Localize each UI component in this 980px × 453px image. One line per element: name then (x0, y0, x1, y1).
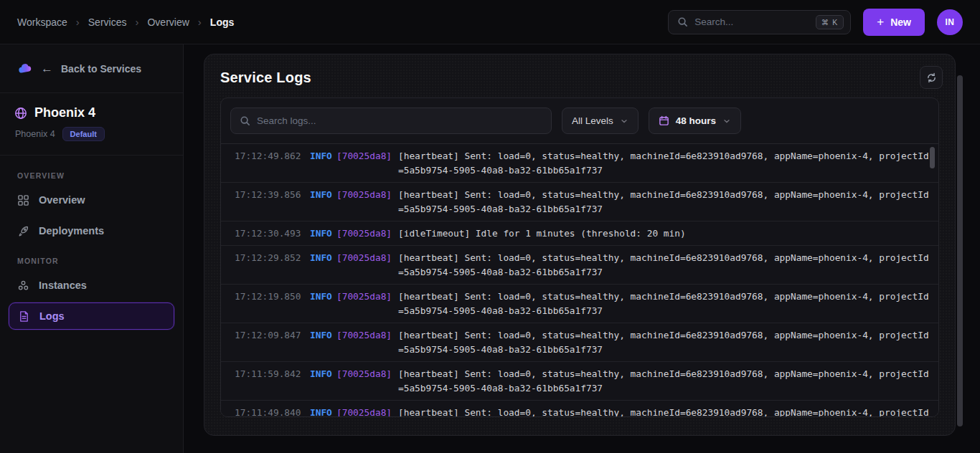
sidebar: ← Back to Services Phoenix 4 Phoenix 4 D… (0, 44, 184, 453)
log-timestamp: 17:12:39.856 (235, 188, 301, 202)
log-message: [heartbeat] Sent: load=0, status=healthy… (398, 367, 933, 396)
page-title: Service Logs (220, 70, 939, 86)
log-instance-id: [70025da8] (336, 290, 392, 304)
cluster-icon (17, 280, 29, 292)
log-row[interactable]: 17:12:19.850INFO[70025da8][heartbeat] Se… (221, 285, 938, 323)
cloud-logo-icon (17, 61, 33, 77)
breadcrumb-item-overview[interactable]: Overview (147, 16, 189, 28)
logs-panel: Search logs... All Levels 48 hours (220, 97, 939, 417)
nav-section-label-monitor: MONITOR (9, 248, 174, 272)
log-timestamp: 17:12:30.493 (235, 226, 301, 241)
breadcrumb-separator: › (198, 16, 202, 28)
log-level: INFO (310, 188, 332, 202)
global-search-placeholder: Search... (694, 16, 809, 27)
log-instance-id: [70025da8] (336, 406, 392, 416)
breadcrumb-separator: › (135, 16, 138, 28)
back-arrow-icon: ← (41, 62, 53, 76)
log-list-scrollbar[interactable] (930, 147, 935, 168)
log-level: INFO (310, 328, 332, 343)
file-icon (18, 310, 30, 323)
log-level: INFO (310, 149, 332, 163)
log-timestamp: 17:11:49.840 (235, 406, 301, 416)
level-filter-value: All Levels (572, 115, 613, 126)
log-row[interactable]: 17:12:39.856INFO[70025da8][heartbeat] Se… (221, 183, 938, 221)
log-instance-id: [70025da8] (336, 251, 392, 265)
log-row[interactable]: 17:11:49.840INFO[70025da8][heartbeat] Se… (221, 401, 938, 416)
log-instance-id: [70025da8] (336, 367, 392, 381)
log-timestamp: 17:12:09.847 (235, 328, 301, 343)
log-message: [heartbeat] Sent: load=0, status=healthy… (398, 251, 933, 280)
service-header: Phoenix 4 Phoenix 4 Default (0, 93, 183, 156)
log-search-input[interactable]: Search logs... (230, 108, 552, 134)
sidebar-item-logs[interactable]: Logs (9, 302, 174, 330)
breadcrumb-item-workspace[interactable]: Workspace (17, 16, 67, 28)
log-filters: Search logs... All Levels 48 hours (221, 98, 938, 143)
log-message: [heartbeat] Sent: load=0, status=healthy… (398, 328, 933, 357)
breadcrumb-item-services[interactable]: Services (88, 16, 127, 28)
sidebar-nav: OVERVIEWOverviewDeploymentsMONITORInstan… (0, 156, 183, 340)
time-range-dropdown[interactable]: 48 hours (649, 108, 741, 134)
log-message: [heartbeat] Sent: load=0, status=healthy… (398, 290, 933, 318)
log-timestamp: 17:12:19.850 (235, 290, 301, 304)
plus-icon: + (877, 16, 884, 28)
log-search-placeholder: Search logs... (257, 115, 316, 126)
service-subtitle: Phoenix 4 (15, 129, 55, 139)
log-row[interactable]: 17:12:49.862INFO[70025da8][heartbeat] Se… (221, 144, 938, 183)
sidebar-item-label: Instances (39, 280, 87, 291)
avatar[interactable]: IN (937, 9, 963, 35)
main-content: Service Logs Sea (184, 44, 980, 453)
log-row[interactable]: 17:11:59.842INFO[70025da8][heartbeat] Se… (221, 362, 938, 401)
sidebar-item-deployments[interactable]: Deployments (9, 217, 174, 244)
log-row[interactable]: 17:12:29.852INFO[70025da8][heartbeat] Se… (221, 246, 938, 285)
page-scrollbar[interactable] (957, 75, 963, 426)
back-to-services-link[interactable]: ← Back to Services (0, 44, 183, 93)
log-level: INFO (310, 226, 332, 241)
new-button[interactable]: + New (863, 9, 925, 36)
log-message: [idleTimeout] Idle for 1 minutes (thresh… (398, 226, 933, 241)
topbar: Workspace›Services›Overview›Logs Search.… (0, 0, 980, 44)
search-icon (677, 16, 688, 27)
breadcrumb-separator: › (76, 16, 80, 28)
refresh-icon (926, 72, 937, 83)
service-name: Phoenix 4 (34, 105, 95, 120)
default-badge: Default (62, 127, 105, 141)
breadcrumb-item-logs[interactable]: Logs (210, 16, 234, 28)
log-timestamp: 17:12:29.852 (235, 251, 301, 265)
sidebar-item-overview[interactable]: Overview (9, 186, 174, 214)
level-filter-dropdown[interactable]: All Levels (562, 108, 639, 134)
log-list: 17:12:49.862INFO[70025da8][heartbeat] Se… (221, 143, 938, 416)
topbar-actions: Search... ⌘ K + New IN (668, 9, 963, 36)
sidebar-item-label: Overview (39, 194, 85, 206)
log-instance-id: [70025da8] (336, 188, 392, 202)
log-row[interactable]: 17:12:09.847INFO[70025da8][heartbeat] Se… (221, 323, 938, 362)
log-message: [heartbeat] Sent: load=0, status=healthy… (398, 149, 933, 178)
log-level: INFO (310, 290, 332, 304)
log-row[interactable]: 17:12:30.493INFO[70025da8][idleTimeout] … (221, 221, 938, 246)
log-timestamp: 17:12:49.862 (235, 149, 301, 163)
new-button-label: New (890, 16, 911, 28)
chevron-down-icon (620, 117, 628, 125)
log-message: [heartbeat] Sent: load=0, status=healthy… (398, 406, 933, 416)
log-level: INFO (310, 251, 332, 265)
log-instance-id: [70025da8] (336, 226, 392, 241)
log-level: INFO (310, 367, 332, 381)
calendar-icon (659, 115, 669, 126)
chevron-down-icon (722, 117, 731, 125)
nav-section-label-overview: OVERVIEW (9, 163, 174, 186)
search-icon (240, 115, 250, 126)
service-logs-card: Service Logs Sea (204, 54, 956, 436)
log-timestamp: 17:11:59.842 (235, 367, 301, 381)
sidebar-item-instances[interactable]: Instances (9, 272, 174, 299)
rocket-icon (17, 225, 29, 237)
sidebar-item-label: Logs (39, 310, 65, 322)
global-search-input[interactable]: Search... ⌘ K (668, 10, 851, 34)
log-message: [heartbeat] Sent: load=0, status=healthy… (398, 188, 933, 216)
time-range-value: 48 hours (676, 115, 716, 126)
shortcut-badge: ⌘ K (816, 15, 844, 29)
breadcrumb: Workspace›Services›Overview›Logs (17, 16, 234, 28)
refresh-button[interactable] (920, 66, 943, 89)
back-to-services-label: Back to Services (61, 63, 141, 75)
grid-icon (17, 194, 29, 206)
globe-icon (14, 107, 27, 120)
sidebar-item-label: Deployments (39, 225, 104, 237)
